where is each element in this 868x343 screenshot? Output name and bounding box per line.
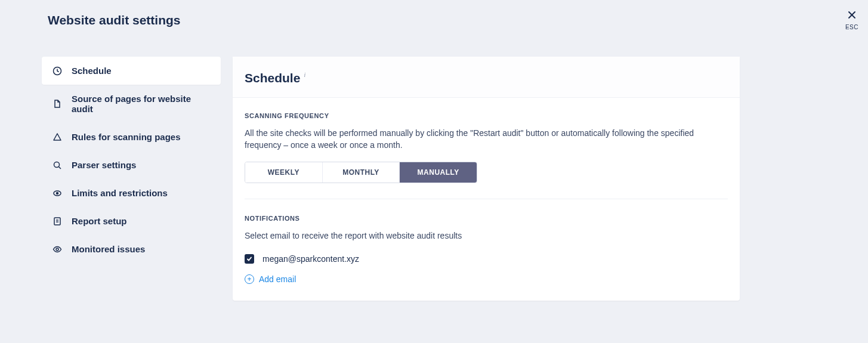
sidebar-item-limits[interactable]: Limits and restrictions — [42, 179, 221, 207]
page-title: Website audit settings — [48, 13, 180, 27]
scanning-frequency-label: SCANNING FREQUENCY — [245, 112, 728, 119]
report-icon — [52, 217, 62, 226]
clock-icon — [52, 66, 62, 76]
sidebar-item-schedule[interactable]: Schedule — [42, 57, 221, 85]
notifications-description: Select email to receive the report with … — [245, 230, 710, 242]
sidebar-item-label: Schedule — [72, 66, 112, 76]
eye-icon — [52, 245, 62, 254]
sidebar-item-label: Report setup — [72, 216, 127, 226]
sidebar-item-label: Rules for scanning pages — [72, 132, 181, 142]
info-icon[interactable]: i — [304, 72, 305, 78]
search-icon — [52, 160, 62, 170]
email-checkbox[interactable] — [245, 254, 254, 264]
sidebar-item-parser[interactable]: Parser settings — [42, 151, 221, 179]
add-email-button[interactable]: + Add email — [245, 274, 728, 284]
sidebar-item-report[interactable]: Report setup — [42, 207, 221, 235]
sidebar-item-monitored[interactable]: Monitored issues — [42, 235, 221, 263]
email-address: megan@sparkcontent.xyz — [262, 254, 359, 264]
close-icon — [845, 10, 858, 21]
frequency-weekly-button[interactable]: WEEKLY — [245, 162, 323, 183]
sidebar-item-rules[interactable]: Rules for scanning pages — [42, 123, 221, 151]
notifications-label: NOTIFICATIONS — [245, 215, 728, 222]
plus-icon: + — [245, 274, 254, 284]
scanning-frequency-description: All the site checks will be performed ma… — [245, 128, 710, 151]
sidebar-item-source[interactable]: Source of pages for website audit — [42, 85, 221, 123]
frequency-monthly-button[interactable]: MONTHLY — [323, 162, 400, 183]
svg-point-10 — [56, 248, 58, 251]
settings-sidebar: Schedule Source of pages for website aud… — [42, 57, 221, 263]
sidebar-item-label: Limits and restrictions — [72, 188, 168, 198]
limits-icon — [52, 189, 62, 198]
document-icon — [52, 99, 62, 109]
close-button[interactable]: ESC — [845, 10, 858, 30]
svg-point-3 — [54, 162, 60, 167]
warning-icon — [52, 132, 62, 142]
notification-email-row: megan@sparkcontent.xyz — [245, 254, 728, 264]
svg-point-6 — [57, 192, 58, 194]
panel-header: Schedule i — [233, 57, 740, 98]
esc-label: ESC — [845, 24, 858, 30]
sidebar-item-label: Monitored issues — [72, 244, 145, 254]
sidebar-item-label: Parser settings — [72, 160, 136, 170]
sidebar-item-label: Source of pages for website audit — [72, 94, 210, 114]
frequency-segmented-control: WEEKLY MONTHLY MANUALLY — [245, 162, 477, 183]
panel-title: Schedule — [245, 71, 300, 85]
svg-line-4 — [59, 166, 61, 169]
section-divider — [245, 199, 728, 199]
frequency-manually-button[interactable]: MANUALLY — [400, 162, 477, 183]
svg-rect-7 — [54, 218, 60, 225]
add-email-label: Add email — [259, 274, 296, 284]
settings-panel: Schedule i SCANNING FREQUENCY All the si… — [233, 57, 740, 301]
